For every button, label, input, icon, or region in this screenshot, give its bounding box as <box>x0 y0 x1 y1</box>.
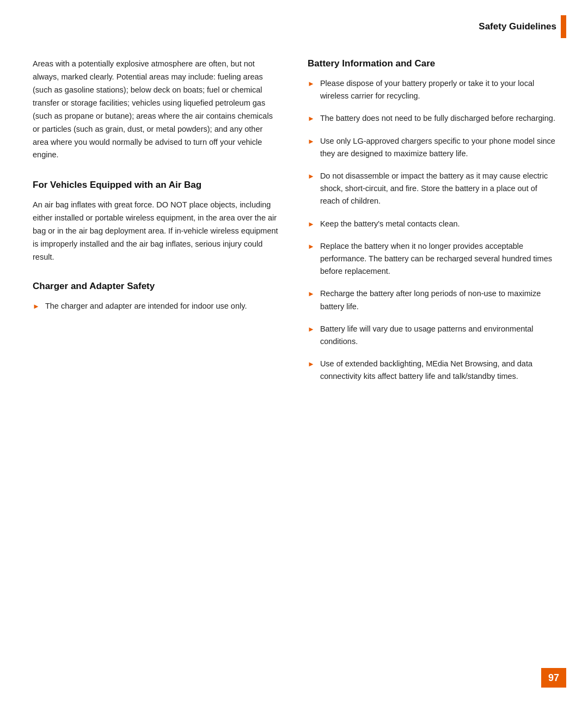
list-item-text: Use of extended backlighting, MEdia Net … <box>320 358 555 383</box>
list-item-text: Keep the battery's metal contacts clean. <box>320 218 460 230</box>
section-charger-title: Charger and Adapter Safety <box>33 280 280 292</box>
list-item: ► The battery does not need to be fully … <box>308 112 555 125</box>
page-header: Safety Guidelines <box>0 0 588 38</box>
list-item: ► Recharge the battery after long period… <box>308 287 555 312</box>
section-air-bag-body: An air bag inflates with great force. DO… <box>33 199 280 264</box>
list-item-text: Battery life will vary due to usage patt… <box>320 323 555 348</box>
section-battery: Battery Information and Care ► Please di… <box>308 58 555 383</box>
list-item-text: The battery does not need to be fully di… <box>320 112 555 125</box>
list-item: ► Do not disassemble or impact the batte… <box>308 170 555 208</box>
list-item-text: The charger and adapter are intended for… <box>45 300 247 312</box>
section-charger: Charger and Adapter Safety ► The charger… <box>33 280 280 312</box>
list-item: ► Please dispose of your battery properl… <box>308 77 555 102</box>
list-item-text: Please dispose of your battery properly … <box>320 77 555 102</box>
list-item: ► Use of extended backlighting, MEdia Ne… <box>308 358 555 383</box>
list-item: ► Battery life will vary due to usage pa… <box>308 323 555 348</box>
section-air-bag-title: For Vehicles Equipped with an Air Bag <box>33 179 280 191</box>
list-item: ► The charger and adapter are intended f… <box>33 300 280 312</box>
intro-paragraph: Areas with a potentially explosive atmos… <box>33 58 280 162</box>
battery-bullet-list: ► Please dispose of your battery properl… <box>308 77 555 383</box>
list-item-text: Recharge the battery after long periods … <box>320 287 555 312</box>
list-item-text: Do not disassemble or impact the battery… <box>320 170 555 208</box>
left-column: Areas with a potentially explosive atmos… <box>33 58 280 393</box>
bullet-arrow-icon: ► <box>33 301 40 312</box>
list-item: ► Replace the battery when it no longer … <box>308 240 555 278</box>
bullet-arrow-icon: ► <box>308 136 315 148</box>
bullet-arrow-icon: ► <box>308 241 315 253</box>
list-item-text: Use only LG-approved chargers specific t… <box>320 135 555 160</box>
header-accent-bar <box>561 15 566 38</box>
bullet-arrow-icon: ► <box>308 113 315 125</box>
bullet-arrow-icon: ► <box>308 219 315 230</box>
bullet-arrow-icon: ► <box>308 289 315 300</box>
bullet-arrow-icon: ► <box>308 324 315 335</box>
list-item: ► Keep the battery's metal contacts clea… <box>308 218 555 230</box>
list-item: ► Use only LG-approved chargers specific… <box>308 135 555 160</box>
bullet-arrow-icon: ► <box>308 78 315 90</box>
main-content: Areas with a potentially explosive atmos… <box>0 58 588 393</box>
list-item-text: Replace the battery when it no longer pr… <box>320 240 555 278</box>
section-battery-title: Battery Information and Care <box>308 58 555 70</box>
right-column: Battery Information and Care ► Please di… <box>308 58 555 393</box>
charger-bullet-list: ► The charger and adapter are intended f… <box>33 300 280 312</box>
bullet-arrow-icon: ► <box>308 171 315 182</box>
page-title: Safety Guidelines <box>479 21 556 32</box>
section-air-bag: For Vehicles Equipped with an Air Bag An… <box>33 179 280 264</box>
bullet-arrow-icon: ► <box>308 359 315 370</box>
page-number: 97 <box>541 668 566 688</box>
page-number-text: 97 <box>548 672 559 684</box>
